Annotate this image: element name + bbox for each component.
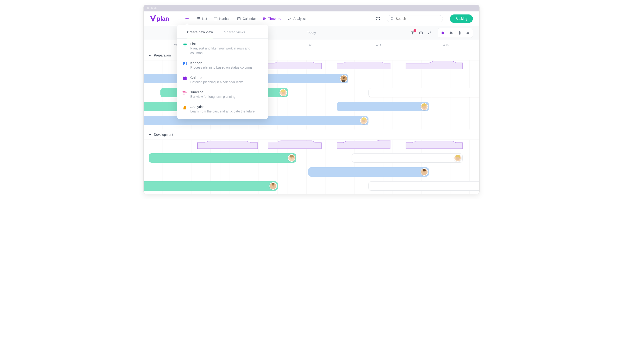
dropdown-tab-create[interactable]: Create new view <box>187 25 213 38</box>
task-bar[interactable] <box>337 102 429 111</box>
create-view-dropdown: Create new view Shared views ListPlan, s… <box>177 25 268 119</box>
timeline-icon <box>263 17 266 21</box>
avatar <box>421 168 428 176</box>
window-control-minimize[interactable] <box>151 7 153 9</box>
task-bar[interactable] <box>368 88 479 97</box>
svg-rect-32 <box>183 62 184 65</box>
view-tab-label: Kanban <box>219 17 230 21</box>
dropdown-item-list[interactable]: ListPlan, sort and filter your work in r… <box>177 39 268 58</box>
top-right-controls: Backlog <box>376 15 473 23</box>
timeline-icon <box>182 90 187 95</box>
svg-marker-15 <box>406 61 463 69</box>
kanban-icon <box>182 61 187 66</box>
view-tab-calendar[interactable]: Calender <box>237 15 256 22</box>
capacity-chart <box>337 140 390 149</box>
dropdown-item-desc: Bar view for long term planning <box>190 94 235 99</box>
dropdown-item-desc: Plan, sort and filter your work in rows … <box>190 46 263 55</box>
view-tab-label: Calender <box>243 17 256 21</box>
view-tab-analytics[interactable]: Analytics <box>288 15 306 22</box>
archive-button[interactable] <box>464 29 472 37</box>
resource-button[interactable] <box>455 29 464 37</box>
svg-rect-35 <box>183 77 187 80</box>
avatar <box>280 89 287 96</box>
filter-button[interactable]: 1 <box>408 29 417 37</box>
view-tab-kanban[interactable]: Kanban <box>214 15 230 22</box>
search-box[interactable] <box>387 15 443 22</box>
top-navigation: plan List Kanban Calender Timeline <box>144 11 479 26</box>
window-titlebar <box>144 5 479 11</box>
people-icon <box>449 31 453 35</box>
svg-rect-33 <box>184 62 185 64</box>
view-tab-label: List <box>202 17 207 21</box>
dropdown-item-analytics[interactable]: AnalyticsLearn from the past and anticip… <box>177 102 268 116</box>
view-tab-list[interactable]: List <box>196 15 207 22</box>
avatar <box>340 75 347 82</box>
svg-rect-2 <box>238 18 240 20</box>
expand-icon[interactable] <box>376 17 380 21</box>
today-label[interactable]: Today <box>307 31 316 35</box>
section-bars-development <box>144 140 479 194</box>
dropdown-item-kanban[interactable]: KanbanProcess planning based on status c… <box>177 58 268 72</box>
week-column: W15 <box>412 40 479 50</box>
kanban-icon <box>214 17 217 21</box>
avatar <box>288 154 295 162</box>
dropdown-item-title: Timeline <box>190 90 235 94</box>
svg-rect-36 <box>183 108 183 109</box>
svg-rect-11 <box>467 32 469 32</box>
filter-badge: 1 <box>414 29 416 32</box>
dropdown-tab-shared[interactable]: Shared views <box>224 25 245 38</box>
task-bar[interactable] <box>308 167 429 177</box>
plugin-button[interactable] <box>439 29 447 37</box>
section-header-development[interactable]: Development <box>144 129 479 140</box>
calendar-icon <box>182 76 187 81</box>
avatar <box>421 103 428 110</box>
view-tab-timeline[interactable]: Timeline <box>263 15 281 22</box>
stack-icon <box>466 31 470 35</box>
window-control-close[interactable] <box>147 7 149 9</box>
calendar-icon <box>237 17 241 21</box>
section-label: Preparation <box>154 53 171 57</box>
task-bar[interactable] <box>368 181 479 191</box>
svg-marker-21 <box>197 141 258 149</box>
capacity-chart <box>337 61 390 69</box>
task-bar[interactable] <box>352 153 463 163</box>
battery-icon <box>458 31 461 35</box>
avatar <box>269 182 277 190</box>
task-bar[interactable] <box>149 153 297 163</box>
search-input[interactable] <box>396 17 440 21</box>
backlog-button[interactable]: Backlog <box>450 15 473 23</box>
svg-rect-9 <box>467 33 469 34</box>
dropdown-tabs: Create new view Shared views <box>177 25 268 39</box>
dropdown-item-title: List <box>190 42 263 46</box>
svg-rect-1 <box>214 17 217 20</box>
toolbar-group <box>438 28 473 38</box>
dropdown-item-timeline[interactable]: TimelineBar view for long term planning <box>177 87 268 102</box>
list-icon <box>182 42 187 47</box>
capacity-chart <box>406 61 463 69</box>
svg-rect-7 <box>459 31 461 35</box>
view-tabs: List Kanban Calender Timeline Analytics <box>196 15 306 22</box>
add-view-button[interactable] <box>183 15 191 22</box>
svg-rect-10 <box>467 32 469 33</box>
view-tab-label: Analytics <box>293 17 306 21</box>
svg-point-6 <box>451 31 452 33</box>
team-button[interactable] <box>447 29 455 37</box>
toolbar-icons: 1 <box>408 28 473 38</box>
task-bar[interactable] <box>144 181 278 191</box>
visibility-button[interactable] <box>417 29 425 37</box>
svg-rect-34 <box>186 62 187 65</box>
capacity-chart <box>406 140 463 149</box>
settings-button[interactable] <box>425 29 434 37</box>
dropdown-item-calendar[interactable]: CalenderDetailed planning in a calendar … <box>177 72 268 87</box>
capacity-chart <box>268 140 322 149</box>
search-icon <box>390 17 394 21</box>
list-icon <box>196 17 200 21</box>
avatar <box>360 117 368 124</box>
svg-marker-23 <box>337 140 390 149</box>
window-control-maximize[interactable] <box>154 7 156 9</box>
capacity-chart <box>268 61 322 69</box>
eye-icon <box>419 31 423 35</box>
svg-point-4 <box>421 32 422 33</box>
svg-text:plan: plan <box>157 15 169 22</box>
week-column: W14 <box>345 40 412 50</box>
